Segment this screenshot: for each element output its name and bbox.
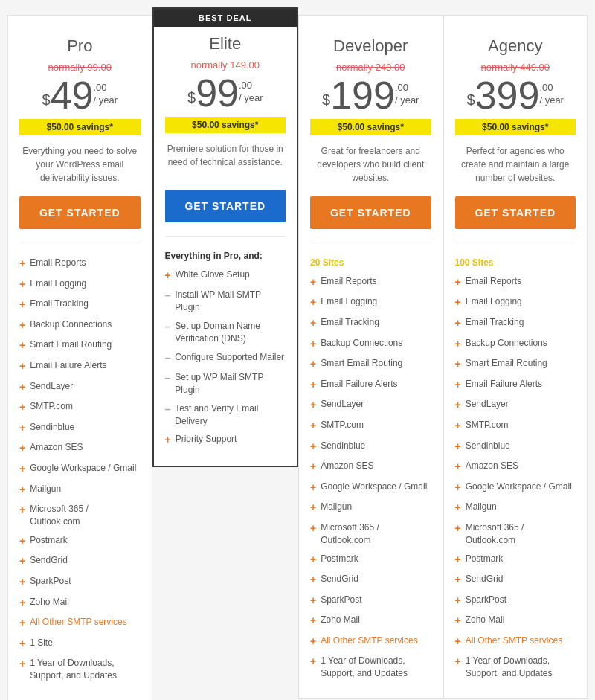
feature-text: Microsoft 365 / Outlook.com (321, 521, 431, 547)
feature-text: SendGrid (466, 573, 504, 585)
plus-icon: + (455, 419, 461, 434)
normal-price-developer: normally 249.00 (310, 62, 431, 73)
feature-item: +Amazon SES (19, 438, 141, 459)
feature-item: +SendLayer (19, 377, 141, 398)
feature-item: +Sendinblue (310, 437, 431, 457)
price-row-pro: $49.00/ year (19, 76, 141, 115)
plus-icon: + (310, 357, 316, 372)
plus-icon: + (310, 337, 316, 352)
feature-item: +Email Logging (310, 292, 431, 313)
feature-text: Email Logging (30, 277, 86, 290)
feature-item: +Google Workspace / Gmail (19, 459, 141, 480)
get-started-btn-pro[interactable]: GET STARTED (19, 196, 141, 229)
feature-text: SMTP.com (30, 400, 73, 413)
feature-text: Email Logging (321, 295, 377, 308)
feature-item: +Email Failure Alerts (310, 375, 431, 396)
feature-text: Smart Email Routing (466, 357, 547, 370)
feature-text: SendLayer (321, 398, 364, 411)
plus-icon: + (455, 440, 461, 455)
feature-text: Test and Verify Email Delivery (175, 402, 286, 428)
feature-item: –Set up Domain Name Verification (DNS) (165, 317, 286, 348)
feature-text: Google Workspace / Gmail (30, 462, 136, 475)
feature-item: +1 Year of Downloads, Support, and Updat… (310, 652, 431, 683)
feature-text: SendGrid (321, 573, 358, 585)
feature-item: +SMTP.com (310, 416, 431, 437)
savings-badge-pro: $50.00 savings* (19, 119, 141, 135)
feature-text: 1 Year of Downloads, Support, and Update… (466, 655, 576, 680)
savings-badge-elite: $50.00 savings* (165, 117, 286, 133)
plus-icon: + (19, 503, 25, 518)
plus-icon: + (19, 421, 25, 436)
feature-text: Google Workspace / Gmail (466, 481, 572, 493)
normal-price-elite: normally 149.00 (165, 60, 286, 71)
plus-icon: + (310, 440, 316, 455)
feature-text: Postmark (30, 534, 68, 547)
feature-item: +Amazon SES (455, 457, 576, 478)
plus-icon: + (455, 316, 461, 331)
plus-icon: + (310, 594, 316, 609)
feature-link[interactable]: All Other SMTP services (321, 635, 417, 647)
price-row-agency: $399.00/ year (455, 76, 576, 115)
feature-item: +Sendinblue (455, 437, 576, 457)
feature-text: Backup Connections (466, 337, 547, 350)
feature-item: +All Other SMTP services (19, 613, 141, 634)
feature-item: +Zoho Mail (19, 593, 141, 614)
plus-icon: + (455, 614, 461, 629)
feature-text: Backup Connections (30, 318, 112, 331)
feature-item: +All Other SMTP services (310, 632, 431, 652)
features-list-agency: 100 Sites+Email Reports+Email Logging+Em… (455, 254, 576, 683)
feature-item: 20 Sites (310, 254, 431, 272)
feature-text: Smart Email Routing (30, 338, 112, 351)
feature-text: Mailgun (30, 483, 61, 495)
plus-icon: + (19, 277, 25, 292)
price-dollar-agency: $ (467, 91, 475, 108)
plan-desc-developer: Great for freelancers and developers who… (310, 144, 431, 184)
price-dollar-developer: $ (322, 91, 330, 108)
plus-icon: + (19, 338, 25, 353)
feature-item: +1 Site (19, 634, 141, 655)
feature-text: Sendinblue (30, 421, 74, 434)
plus-icon: + (310, 398, 316, 413)
price-cents-year-elite: .00/ year (239, 80, 263, 105)
feature-link[interactable]: All Other SMTP services (30, 616, 126, 629)
price-row-elite: $99.00/ year (165, 74, 286, 112)
feature-text: Postmark (321, 553, 358, 565)
feature-item: +Postmark (19, 531, 141, 552)
feature-highlight: 100 Sites (455, 257, 494, 269)
plus-icon: + (310, 635, 316, 649)
price-main-elite: 99 (196, 71, 239, 115)
feature-link[interactable]: All Other SMTP services (466, 635, 562, 647)
plus-icon: + (165, 433, 171, 448)
get-started-btn-elite[interactable]: GET STARTED (165, 190, 286, 222)
plus-icon: + (310, 316, 316, 331)
plan-desc-agency: Perfect for agencies who create and main… (455, 144, 576, 184)
feature-item: –Install WP Mail SMTP Plugin (165, 286, 286, 317)
feature-text: Microsoft 365 / Outlook.com (466, 521, 576, 547)
pricing-table: Pronormally 99.00 $49.00/ year $50.00 sa… (7, 15, 588, 700)
feature-item: +Postmark (455, 550, 576, 571)
price-dollar-elite: $ (187, 89, 196, 106)
plus-icon: + (19, 575, 25, 590)
feature-item: +SparkPost (19, 572, 141, 593)
plus-icon: + (19, 637, 25, 652)
feature-text: Email Failure Alerts (321, 378, 397, 391)
get-started-btn-developer[interactable]: GET STARTED (310, 196, 431, 229)
plus-icon: + (19, 596, 25, 611)
feature-item: +Email Tracking (455, 313, 576, 334)
plus-icon: + (19, 298, 25, 312)
plus-icon: + (455, 501, 461, 516)
plus-icon: + (455, 594, 461, 609)
plus-icon: + (455, 357, 461, 372)
feature-text: Backup Connections (321, 337, 402, 350)
plan-desc-elite: Premiere solution for those in need of t… (165, 142, 286, 178)
feature-item: –Configure Supported Mailer (165, 348, 286, 369)
plus-icon: + (455, 481, 461, 495)
plus-icon: + (455, 378, 461, 393)
feature-item: +Backup Connections (310, 334, 431, 355)
plus-icon: + (310, 573, 316, 588)
feature-item: +Backup Connections (19, 315, 141, 336)
plus-icon: + (310, 521, 316, 536)
divider-developer (310, 243, 431, 243)
feature-text: SendLayer (466, 398, 509, 411)
get-started-btn-agency[interactable]: GET STARTED (455, 196, 576, 229)
